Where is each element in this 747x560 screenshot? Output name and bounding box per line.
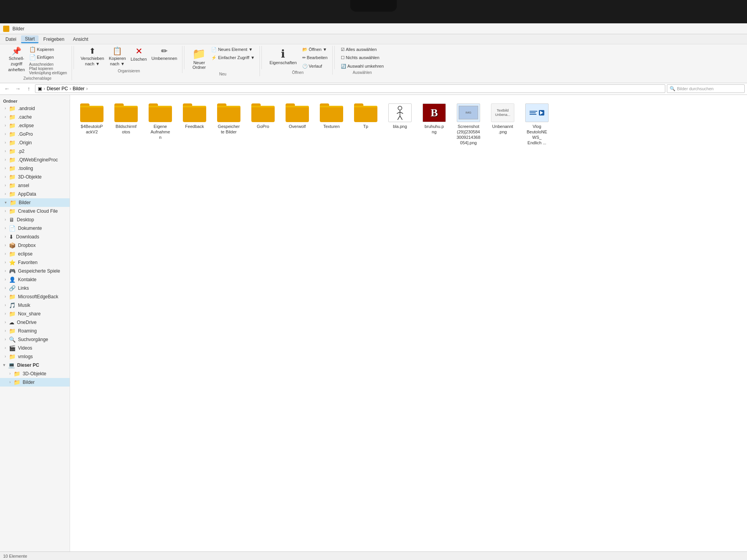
ribbon: 📌 Schnell-zugriffanheften 📋 Kopieren 📄 E…	[0, 44, 747, 83]
ribbon-btn-verlauf[interactable]: 🕐 Verlauf	[301, 63, 329, 70]
sidebar-item-dieser-pc[interactable]: ▾ 💻 Dieser PC	[0, 361, 70, 369]
ribbon-btn-alles-auswaehlen[interactable]: ☑ Alles auswählen	[339, 46, 386, 53]
folder-icon-bilder2: 📁	[14, 379, 20, 385]
menu-start[interactable]: Start	[21, 35, 39, 43]
menu-ansicht[interactable]: Ansicht	[69, 36, 92, 43]
sidebar-item-gopro[interactable]: › 📁 .GoPro	[0, 130, 70, 138]
sidebar-item-appdata[interactable]: › 📁 AppData	[0, 190, 70, 198]
sidebar-item-eclipse2[interactable]: › 📁 eclipse	[0, 250, 70, 258]
ribbon-btn-neues-element[interactable]: 📄 Neues Element ▼	[210, 46, 256, 53]
ribbon-btn-einfacher-zugriff[interactable]: ⚡ Einfacher Zugriff ▼	[210, 54, 256, 61]
copy2-icon: 📋	[112, 47, 122, 55]
ribbon-btn-oeffnen[interactable]: 📂 Öffnen ▼	[301, 46, 329, 53]
sidebar-item-ansel[interactable]: › 📁 ansel	[0, 181, 70, 190]
sidebar-item-musik[interactable]: › 🎵 Musik	[0, 301, 70, 310]
edit-icon: ✏	[302, 55, 306, 60]
back-button[interactable]: ←	[2, 84, 12, 93]
ribbon-btn-nichts-auswaehlen[interactable]: ☐ Nichts auswählen	[339, 54, 386, 61]
ribbon-btn-schnellzugriff[interactable]: 📌 Schnell-zugriffanheften	[6, 46, 27, 75]
ribbon-btn-loeschen[interactable]: ✕ Löschen	[129, 46, 149, 68]
file-item-unbenannt[interactable]: TextbildUnbena... Unbenannt.png	[487, 101, 518, 148]
sidebar-item-bilder[interactable]: ▾ 📁 Bilder	[0, 198, 70, 207]
sidebar-item-nox[interactable]: › 📁 Nox_share	[0, 310, 70, 318]
ribbon-btn-kopieren2[interactable]: 📋 Kopierennach ▼	[107, 46, 128, 68]
sidebar-label-downloads: Downloads	[16, 234, 39, 240]
sidebar-item-suchvorgaenge[interactable]: › 🔍 Suchvorgänge	[0, 335, 70, 344]
menu-datei[interactable]: Datei	[2, 36, 20, 43]
sidebar-item-3dobjekte2[interactable]: › 📁 3D-Objekte	[0, 369, 70, 378]
sidebar-item-eclipse[interactable]: › 📁 .eclipse	[0, 121, 70, 130]
file-item-bruhuhu[interactable]: B bruhuhu.png	[419, 101, 450, 148]
sidebar-label-roaming: Roaming	[18, 328, 37, 334]
ribbon-btn-auswahl-umkehren[interactable]: 🔄 Auswahl umkehren	[339, 63, 386, 70]
search-box[interactable]: 🔍 Bilder durchsuchen	[667, 84, 745, 93]
folder-item-overwolf[interactable]: Overwolf	[282, 101, 313, 148]
properties-icon: ℹ	[281, 47, 285, 60]
forward-button[interactable]: →	[13, 84, 23, 93]
ribbon-btn-einfuegen[interactable]: 📄 Einfügen	[28, 54, 68, 61]
folder-item-tp[interactable]: Tp	[350, 101, 381, 148]
sidebar-item-links[interactable]: › 🔗 Links	[0, 284, 70, 292]
sidebar-item-tooling[interactable]: › 📁 .tooling	[0, 164, 70, 173]
folder-item-texturen[interactable]: Texturen	[316, 101, 347, 148]
folder-item-feedback[interactable]: Feedback	[179, 101, 210, 148]
sidebar-item-android[interactable]: › 📁 .android	[0, 104, 70, 113]
ribbon-btn-verschieben[interactable]: ⬆ Verschiebennach ▼	[79, 46, 106, 68]
quick-access-icon: ⚡	[211, 55, 217, 60]
sidebar-item-favoriten[interactable]: › ⭐ Favoriten	[0, 258, 70, 267]
sidebar-item-dokumente[interactable]: › 📄 Dokumente	[0, 224, 70, 233]
sidebar-item-downloads[interactable]: › ⬇ Downloads	[0, 233, 70, 241]
folder-item-eigene-aufnahmen[interactable]: EigeneAufnahmen	[145, 101, 176, 148]
sidebar-item-vmlogs[interactable]: › 📁 vmlogs	[0, 352, 70, 361]
ribbon-btn-kopieren[interactable]: 📋 Kopieren	[28, 46, 68, 53]
window-title: Bilder	[12, 26, 744, 32]
sidebar-label-desktop: Desktop	[17, 217, 34, 222]
sidebar-item-3dobjekte[interactable]: › 📁 3D-Objekte	[0, 173, 70, 181]
address-path[interactable]: ▣ › Dieser PC › Bilder ›	[35, 84, 665, 93]
sidebar-item-dropbox[interactable]: › 📦 Dropbox	[0, 241, 70, 250]
file-icon-bruhuhu: B	[423, 103, 446, 122]
sidebar-label-musik: Musik	[18, 303, 30, 308]
ribbon-btn-neuer-ordner[interactable]: 📁 NeuerOrdner	[189, 46, 209, 71]
sidebar-item-kontakte[interactable]: › 👤 Kontakte	[0, 275, 70, 284]
sidebar-item-bilder2[interactable]: › 📁 Bilder	[0, 378, 70, 387]
sidebar-label-ansel: ansel	[18, 183, 29, 188]
sidebar-item-gespeicherte-spiele[interactable]: › 🎮 Gespeicherte Spiele	[0, 267, 70, 275]
menu-freigeben[interactable]: Freigeben	[39, 36, 68, 43]
sidebar-label-onedrive: OneDrive	[17, 320, 37, 325]
ribbon-divider-1	[74, 46, 74, 69]
delete-icon: ✕	[135, 47, 142, 56]
up-button[interactable]: ↑	[24, 84, 33, 93]
menu-bar: Datei Start Freigeben Ansicht	[0, 34, 747, 44]
folder-item-gopro-files[interactable]: GoPro	[247, 101, 279, 148]
sidebar-item-qtwebengine[interactable]: › 📁 .QtWebEngineProc	[0, 156, 70, 164]
sidebar-item-cache[interactable]: › 📁 .cache	[0, 113, 70, 121]
svg-line-2	[397, 112, 400, 114]
sidebar-item-roaming[interactable]: › 📁 Roaming	[0, 327, 70, 335]
folder-label-bildschirmfotos: Bildschirmfotos	[116, 124, 137, 135]
ribbon-divider-3	[261, 46, 262, 69]
ribbon-btn-eigenschaften[interactable]: ℹ Eigenschaften	[267, 46, 300, 70]
sidebar-item-videos[interactable]: › 🎬 Videos	[0, 344, 70, 352]
open-icon: 📂	[302, 47, 308, 52]
folder-item-bildschirmfotos[interactable]: Bildschirmfotos	[110, 101, 142, 148]
file-item-screenshot[interactable]: IMG Screenshot(29)[2305843009214368054].…	[453, 101, 484, 148]
sidebar-label-p2: .p2	[18, 149, 25, 154]
file-item-bla[interactable]: bla.png	[384, 101, 416, 148]
folder-item-gespeicherte-bilder[interactable]: Gespeicherte Bilder	[213, 101, 244, 148]
folder-icon-overwolf	[286, 103, 309, 122]
sidebar-item-desktop[interactable]: › 🖥 Desktop	[0, 215, 70, 224]
sidebar-label-3d: 3D-Objekte	[18, 174, 42, 180]
sidebar-item-msedge[interactable]: › 📁 MicrosoftEdgeBack	[0, 292, 70, 301]
sidebar-item-origin[interactable]: › 📁 .Origin	[0, 138, 70, 147]
sidebar-item-creative-cloud[interactable]: › 📁 Creative Cloud File	[0, 207, 70, 215]
folder-icon-texturen	[320, 103, 343, 122]
ribbon-btn-umbenennen[interactable]: ✏ Umbenennen	[149, 46, 179, 68]
sidebar-item-onedrive[interactable]: › ☁ OneDrive	[0, 318, 70, 327]
folder-icon-feedback	[183, 103, 206, 122]
ribbon-btn-bearbeiten[interactable]: ✏ Bearbeiten	[301, 54, 329, 61]
favorites-icon: ⭐	[9, 259, 16, 266]
sidebar-item-p2[interactable]: › 📁 .p2	[0, 147, 70, 156]
file-item-vlog[interactable]: VlogBeutoloNEWS_Endlich ...	[521, 101, 552, 148]
folder-item-beutolo[interactable]: $4BeutoloPackV2	[76, 101, 107, 148]
